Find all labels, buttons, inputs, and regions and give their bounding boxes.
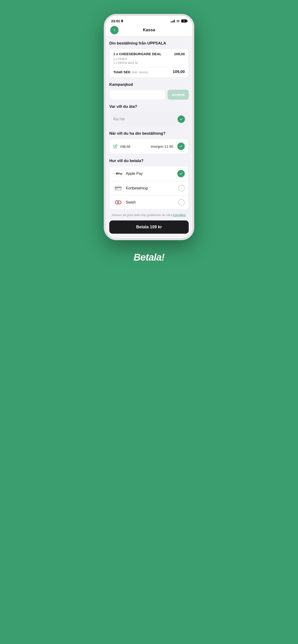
pay-button[interactable]: Betala 109 kr [109, 220, 189, 234]
apple-pay-checkmark [179, 172, 183, 176]
order-total-row: Totalt SEK (inkl. moms) 109,00 [113, 70, 185, 74]
apple-pay-selected [177, 170, 185, 177]
order-total-price: 109,00 [173, 70, 185, 74]
payment-option-left-swish: Swish [113, 199, 136, 206]
swish-radio [178, 199, 185, 206]
status-icons: 60 [171, 20, 187, 22]
order-divider [113, 67, 185, 67]
time-check [177, 142, 185, 150]
swish-icon [113, 199, 123, 206]
order-item-row: 1 x CHEESEBURGARE DEAL 109,00 [113, 52, 185, 56]
phone-frame: 23:01 60 Kassa [104, 14, 194, 240]
svg-rect-2 [115, 187, 121, 188]
back-button[interactable] [110, 26, 119, 34]
signal-icon [171, 20, 175, 22]
battery-icon: 60 [181, 20, 187, 22]
time-selected-value: imorgon 11:50 [151, 144, 173, 148]
apple-pay-logo: Pay [114, 171, 116, 176]
time-option-right: imorgon 11:50 [151, 142, 185, 150]
sub-item-1: 1 x FRIES [113, 57, 185, 61]
payment-option-swish[interactable]: Swish [110, 196, 188, 209]
order-item-name: 1 x CHEESEBURGARE DEAL [113, 52, 162, 56]
apple-pay-icon: Pay ⌘Pay [113, 170, 123, 177]
sub-item-2: 1 x PEPSI MAX M [113, 61, 185, 65]
eat-section: Var vill du äta? Äta här [109, 104, 189, 126]
main-content: Din beställning från UPPSALA 1 x CHEESEB… [106, 36, 192, 238]
order-card: 1 x CHEESEBURGARE DEAL 109,00 1 x FRIES … [109, 48, 189, 78]
wifi-icon [176, 20, 180, 22]
time-section-title: När vill du ha din beställning? [109, 131, 189, 136]
credit-card-icon [115, 186, 121, 190]
page-title: Kassa [143, 28, 155, 32]
eat-section-title: Var vill du äta? [109, 104, 189, 109]
time-option-left: Välj tid [113, 144, 130, 148]
payment-option-card[interactable]: Kortbetalning [110, 181, 188, 196]
promo-button[interactable]: Använd [168, 90, 189, 100]
status-time: 23:01 [111, 19, 123, 23]
eat-option[interactable]: Äta här [109, 112, 189, 126]
terms-text: Genom att göra detta köp godkänner du vå… [109, 213, 189, 217]
card-icon [113, 185, 123, 192]
card-radio [178, 185, 185, 192]
app-header: Kassa [106, 25, 192, 36]
swish-logo [114, 200, 122, 205]
swish-label: Swish [126, 200, 136, 204]
svg-point-5 [118, 201, 121, 204]
terms-link[interactable]: Köpvillkor [173, 213, 186, 217]
eat-option-label: Äta här [113, 117, 125, 121]
status-bar: 23:01 60 [106, 16, 192, 25]
svg-rect-1 [115, 186, 121, 190]
order-sub-items: 1 x FRIES 1 x PEPSI MAX M [113, 57, 185, 65]
card-payment-label: Kortbetalning [126, 186, 148, 190]
payment-options: Pay ⌘Pay Apple Pay [109, 166, 189, 210]
location-icon [121, 20, 123, 22]
payment-option-left-card: Kortbetalning [113, 185, 148, 192]
time-section: När vill du ha din beställning? Välj tid… [109, 131, 189, 154]
checkmark-icon [179, 117, 183, 121]
order-total-label: Totalt SEK (inkl. moms) [113, 70, 148, 74]
payment-option-apple-pay[interactable]: Pay ⌘Pay Apple Pay [110, 166, 188, 181]
time-select-label: Välj tid [120, 144, 130, 148]
promo-section: Kampanjkod Använd [109, 82, 189, 100]
time-display: 23:01 [111, 19, 120, 23]
promo-label: Kampanjkod [109, 82, 189, 87]
apple-pay-label: Apple Pay [126, 172, 143, 176]
svg-rect-3 [116, 189, 117, 189]
order-section-title: Din beställning från UPPSALA [109, 41, 189, 46]
bottom-label: Betala! [133, 252, 164, 263]
payment-section-title: Hur vill du betala? [109, 158, 189, 163]
time-option[interactable]: Välj tid imorgon 11:50 [109, 139, 189, 154]
promo-row: Använd [109, 90, 189, 100]
order-item-price: 109,00 [174, 52, 185, 56]
promo-input[interactable] [109, 90, 165, 100]
payment-option-left-apple: Pay ⌘Pay Apple Pay [113, 170, 143, 177]
pencil-icon [113, 144, 117, 148]
time-checkmark-icon [179, 144, 183, 148]
eat-option-check [178, 116, 185, 123]
payment-section: Hur vill du betala? Pay ⌘Pay [109, 158, 189, 210]
